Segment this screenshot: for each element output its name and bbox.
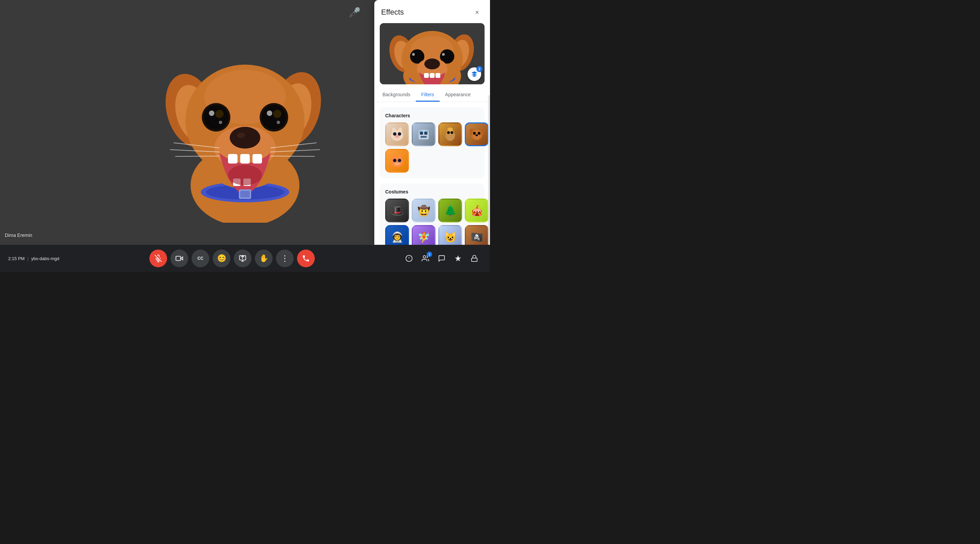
raise-hand-button[interactable]: ✋	[255, 249, 272, 267]
svg-point-15	[219, 121, 222, 124]
effects-panel: Effects ×	[374, 0, 490, 245]
character-cat[interactable]	[385, 122, 409, 146]
chat-button[interactable]	[434, 251, 449, 266]
layers-count-badge: 2	[476, 66, 482, 72]
effects-content: Characters	[374, 102, 490, 245]
effects-tabs: Backgrounds Filters Appearance	[374, 89, 490, 102]
svg-point-69	[426, 130, 428, 133]
characters-section: Characters	[380, 108, 485, 178]
svg-point-62	[395, 135, 399, 137]
svg-marker-94	[181, 257, 183, 260]
panel-title: Effects	[381, 8, 404, 17]
svg-point-74	[447, 127, 453, 131]
reactions-button[interactable]: 😊	[213, 249, 231, 267]
controls-center: CC 😊 ✋ ⋮	[150, 249, 315, 267]
tab-backgrounds[interactable]: Backgrounds	[377, 89, 416, 102]
close-effects-button[interactable]: ×	[471, 6, 483, 18]
svg-rect-53	[424, 73, 429, 78]
scrollbar[interactable]	[488, 95, 490, 245]
svg-rect-102	[472, 258, 477, 262]
costume-tophat[interactable]: 🎩	[385, 198, 409, 222]
costume-pirate[interactable]: 🏴‍☠️	[465, 225, 488, 245]
tab-appearance[interactable]: Appearance	[440, 89, 476, 102]
svg-point-59	[393, 132, 396, 136]
svg-point-52	[424, 59, 440, 69]
svg-point-12	[204, 105, 228, 130]
svg-point-88	[398, 159, 401, 162]
info-button[interactable]	[401, 251, 417, 266]
costume-astronaut[interactable]: 👨‍🚀	[385, 225, 409, 245]
svg-rect-95	[176, 256, 181, 261]
costume-tree[interactable]: 🌲	[438, 198, 462, 222]
svg-point-20	[277, 121, 280, 124]
svg-rect-66	[421, 136, 427, 138]
character-robot[interactable]	[412, 122, 436, 146]
camera-button[interactable]	[170, 249, 188, 267]
character-princess[interactable]	[438, 122, 462, 146]
panel-header: Effects ×	[374, 0, 490, 23]
svg-point-72	[447, 131, 450, 134]
people-button[interactable]: 1	[418, 251, 433, 266]
svg-point-73	[450, 131, 453, 134]
svg-rect-54	[430, 73, 434, 78]
characters-title: Characters	[385, 113, 479, 118]
svg-point-50	[442, 53, 445, 56]
captions-button[interactable]: CC	[192, 249, 209, 267]
costumes-section: Costumes 🎩 🤠 🌲 🎪 👨‍🚀 🧚	[380, 184, 485, 245]
people-badge: 1	[427, 252, 432, 257]
svg-point-87	[393, 159, 396, 162]
effects-preview: 2	[380, 23, 485, 84]
svg-point-48	[412, 53, 415, 56]
svg-point-29	[228, 165, 262, 185]
current-time: 2:15 PM	[8, 256, 24, 261]
svg-point-14	[209, 111, 215, 116]
meeting-info: 2:15 PM | ybs-dabs-mgd	[8, 256, 63, 261]
leave-call-button[interactable]	[297, 249, 315, 267]
svg-rect-67	[423, 128, 425, 130]
tab-filters[interactable]: Filters	[416, 89, 440, 102]
svg-rect-24	[228, 154, 237, 163]
svg-rect-26	[253, 154, 262, 163]
controls-right: 1	[401, 251, 482, 266]
svg-rect-37	[240, 191, 250, 198]
activities-button[interactable]	[450, 251, 466, 266]
costume-fairy[interactable]: 🧚	[412, 225, 436, 245]
svg-point-19	[267, 111, 272, 116]
video-mute-indicator: 🎤	[349, 7, 361, 18]
svg-point-81	[478, 132, 480, 135]
mic-button[interactable]	[150, 249, 167, 267]
svg-rect-55	[436, 73, 440, 78]
svg-point-60	[398, 132, 401, 136]
svg-point-83	[476, 134, 478, 136]
participant-name: Dima Eremin	[5, 233, 32, 238]
costume-cat-filter[interactable]: 😺	[438, 225, 462, 245]
costumes-title: Costumes	[385, 189, 479, 195]
svg-rect-25	[240, 154, 250, 163]
costume-cowboy[interactable]: 🤠	[412, 198, 436, 222]
bottom-bar: 2:15 PM | ybs-dabs-mgd CC 😊 ✋	[0, 245, 490, 272]
characters-grid	[385, 122, 479, 173]
character-orange-cat[interactable]	[385, 149, 409, 173]
safety-button[interactable]	[467, 251, 482, 266]
svg-point-13	[215, 110, 224, 118]
svg-point-17	[262, 105, 286, 130]
svg-point-23	[237, 133, 245, 138]
present-button[interactable]	[234, 249, 251, 267]
video-area: 🎤	[0, 0, 490, 245]
svg-point-22	[230, 127, 260, 149]
costumes-grid: 🎩 🤠 🌲 🎪 👨‍🚀 🧚 😺 �	[385, 198, 479, 245]
more-options-button[interactable]: ⋮	[276, 249, 294, 267]
meeting-code: ybs-dabs-mgd	[31, 256, 59, 261]
costume-carnival[interactable]: 🎪	[465, 198, 488, 222]
separator: |	[27, 256, 28, 261]
character-dog[interactable]	[465, 122, 488, 146]
svg-point-18	[273, 110, 282, 118]
svg-point-90	[395, 162, 399, 163]
svg-point-101	[423, 256, 426, 258]
svg-point-68	[419, 130, 421, 133]
layers-badge[interactable]: 2	[468, 67, 481, 81]
svg-point-80	[473, 132, 476, 135]
